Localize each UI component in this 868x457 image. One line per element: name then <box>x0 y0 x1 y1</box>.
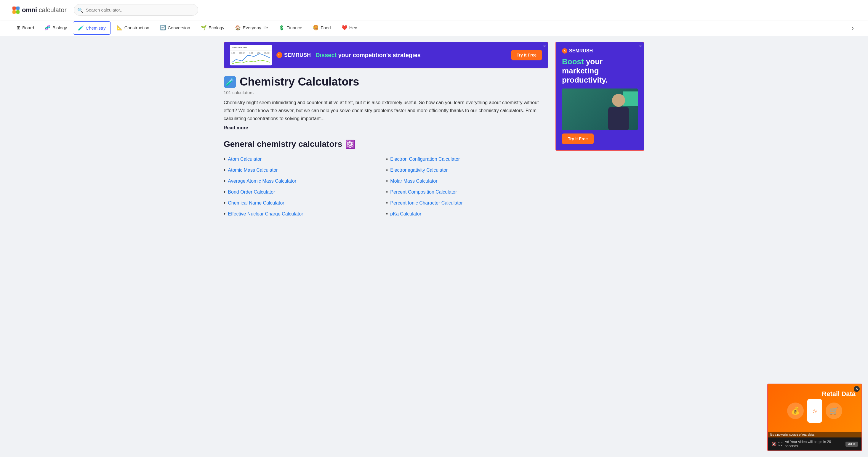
video-fullscreen-button[interactable]: ⛶ <box>778 442 782 446</box>
video-phone-inner: ◎ <box>813 408 817 414</box>
top-ad-banner: Traffic Overview 1.2B 299.5M 8.60 12:14 … <box>224 42 548 68</box>
video-footer: 🔇 ⛶ Ad Your video will begin in 20 secon… <box>768 437 862 451</box>
calc-link-right-5[interactable]: pKa Calculator <box>390 211 421 217</box>
ad-try-free-right[interactable]: Try It Free <box>562 133 594 144</box>
list-item: pKa Calculator <box>386 209 548 220</box>
search-input[interactable] <box>74 4 198 16</box>
semrush-icon: S <box>276 52 282 58</box>
content-right: ✕ S SEMRUSH Boost your marketing product… <box>555 42 644 220</box>
ecology-icon: 🌱 <box>201 25 207 31</box>
biology-icon: 🧬 <box>45 25 51 31</box>
calc-link-left-0[interactable]: Atom Calculator <box>228 157 261 162</box>
svg-rect-17 <box>623 92 638 106</box>
svg-text:35.83%: 35.83% <box>264 52 271 54</box>
sidebar-item-chemistry[interactable]: 🧪 Chemistry <box>73 21 111 35</box>
nav-label-biology: Biology <box>53 25 67 30</box>
list-item: Percent Ionic Character Calculator <box>386 198 548 209</box>
video-controls: 🔇 ⛶ <box>771 442 782 446</box>
calc-link-right-3[interactable]: Percent Composition Calculator <box>390 189 457 195</box>
svg-rect-2 <box>12 10 16 13</box>
sidebar-item-construction[interactable]: 📐 Construction <box>112 21 154 35</box>
sidebar-item-board[interactable]: ⊞ Board <box>12 21 39 35</box>
calc-link-right-1[interactable]: Electronegativity Calculator <box>390 167 447 173</box>
nav-label-conversion: Conversion <box>168 25 190 30</box>
video-ad-x-button[interactable]: Ad ✕ <box>845 442 858 447</box>
conversion-icon: 🔄 <box>160 25 166 31</box>
nav-label-everyday: Everyday life <box>243 25 268 30</box>
video-mute-button[interactable]: 🔇 <box>771 442 776 446</box>
list-item: Electron Configuration Calculator <box>386 154 548 165</box>
sidebar-item-biology[interactable]: 🧬 Biology <box>40 21 72 35</box>
video-content-area: Retail Data 💰 ◎ 🛒 It's a powerful source… <box>768 384 862 437</box>
svg-text:Traffic Overview: Traffic Overview <box>232 46 247 48</box>
nav-more-button[interactable]: › <box>849 22 856 34</box>
svg-rect-19 <box>608 107 629 130</box>
list-item: Molar Mass Calculator <box>386 176 548 187</box>
logo[interactable]: omni calculator <box>12 6 67 14</box>
board-icon: ⊞ <box>17 25 21 31</box>
calc-lists: Atom CalculatorAtomic Mass CalculatorAve… <box>224 154 548 220</box>
ad-try-free-top[interactable]: Try It Free <box>511 50 542 60</box>
nav-label-board: Board <box>22 25 34 30</box>
sidebar-item-health[interactable]: ❤️ Hec <box>337 21 362 35</box>
calc-list-right: Electron Configuration CalculatorElectro… <box>386 154 548 220</box>
svg-text:299.5M: 299.5M <box>239 52 245 54</box>
ad-brand-top: SEMRUSH <box>284 52 311 58</box>
ad-right-image <box>562 89 638 130</box>
ad-rest-top: your competition's strategies <box>337 52 421 58</box>
ad-chart-preview: Traffic Overview 1.2B 299.5M 8.60 12:14 … <box>230 45 272 65</box>
calc-list-left: Atom CalculatorAtomic Mass CalculatorAve… <box>224 154 386 220</box>
calc-link-left-3[interactable]: Bond Order Calculator <box>228 189 275 195</box>
sidebar-item-everyday-life[interactable]: 🏠 Everyday life <box>230 21 273 35</box>
video-info-strip: It's a powerful source of real data. <box>768 432 862 437</box>
video-popup: ✕ Retail Data 💰 ◎ 🛒 It's a powerful sour… <box>767 384 862 451</box>
ad-accent-top: Dissect <box>315 52 337 58</box>
calc-link-left-2[interactable]: Average Atomic Mass Calculator <box>228 178 296 184</box>
read-more-link[interactable]: Read more <box>224 125 248 130</box>
finance-icon: 💲 <box>279 25 285 31</box>
countdown-message: Your video will begin in 20 seconds. <box>785 440 831 448</box>
nav-label-construction: Construction <box>124 25 149 30</box>
video-close-button[interactable]: ✕ <box>854 386 860 392</box>
sidebar-item-conversion[interactable]: 🔄 Conversion <box>155 21 195 35</box>
calc-link-right-4[interactable]: Percent Ionic Character Calculator <box>390 200 463 206</box>
svg-rect-1 <box>16 6 20 10</box>
nav-label-chemistry: Chemistry <box>86 26 106 31</box>
sidebar-item-finance[interactable]: 💲 Finance <box>274 21 307 35</box>
video-countdown-text: Ad Your video will begin in 20 seconds. <box>785 440 843 448</box>
sidebar-item-food[interactable]: 🍔 Food <box>308 21 335 35</box>
svg-point-18 <box>612 94 625 107</box>
video-retail-text: Retail Data <box>822 390 856 398</box>
nav-label-ecology: Ecology <box>209 25 224 30</box>
sidebar-item-ecology[interactable]: 🌱 Ecology <box>196 21 229 35</box>
calc-link-left-4[interactable]: Chemical Name Calculator <box>228 200 284 206</box>
ad-close-top[interactable]: ✕ <box>543 44 546 48</box>
svg-text:8.60: 8.60 <box>249 52 253 54</box>
chemistry-page-icon: 🧪 <box>225 78 234 86</box>
ad-person-image <box>590 89 638 130</box>
list-item: Percent Composition Calculator <box>386 187 548 198</box>
video-icons: 💰 ◎ 🛒 <box>787 399 842 423</box>
calc-link-right-2[interactable]: Molar Mass Calculator <box>390 178 437 184</box>
calc-link-left-1[interactable]: Atomic Mass Calculator <box>228 167 278 173</box>
list-item: Chemical Name Calculator <box>224 198 386 209</box>
calc-count: 101 calculators <box>224 90 548 95</box>
calc-link-left-5[interactable]: Effective Nuclear Charge Calculator <box>228 211 303 217</box>
svg-rect-3 <box>16 10 20 13</box>
food-icon: 🍔 <box>313 25 319 31</box>
svg-rect-0 <box>12 6 16 10</box>
ad-semrush-logo: S SEMRUSH <box>276 52 311 58</box>
everyday-icon: 🏠 <box>235 25 241 31</box>
ad-right-accent: Boost <box>562 57 584 66</box>
omni-logo-icon <box>12 6 20 14</box>
search-icon: 🔍 <box>77 7 83 13</box>
section-heading-general: General chemistry calculators ⚛️ <box>224 139 548 149</box>
section-title-general: General chemistry calculators <box>224 139 342 149</box>
calc-link-right-0[interactable]: Electron Configuration Calculator <box>390 157 460 162</box>
ad-close-right[interactable]: ✕ <box>639 44 642 48</box>
svg-text:S: S <box>278 54 281 57</box>
svg-text:S: S <box>564 50 565 53</box>
nav-label-finance: Finance <box>286 25 302 30</box>
section-icon-general: ⚛️ <box>345 139 355 149</box>
ad-text-top: Dissect your competition's strategies <box>315 52 506 59</box>
